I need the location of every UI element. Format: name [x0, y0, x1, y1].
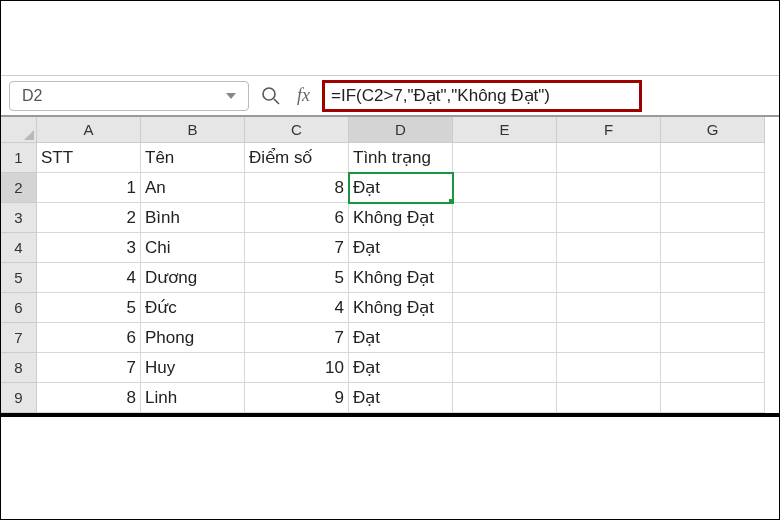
svg-line-1	[274, 99, 279, 104]
cell[interactable]	[557, 323, 661, 353]
col-header-A[interactable]: A	[37, 117, 141, 143]
cell[interactable]: 6	[37, 323, 141, 353]
svg-point-0	[263, 88, 275, 100]
cell[interactable]: 9	[245, 383, 349, 413]
cell[interactable]: Huy	[141, 353, 245, 383]
cell[interactable]	[453, 293, 557, 323]
fx-label[interactable]: fx	[293, 85, 314, 106]
cell[interactable]: 5	[37, 293, 141, 323]
cell[interactable]: Tên	[141, 143, 245, 173]
cell[interactable]: Đạt	[349, 233, 453, 263]
cell[interactable]: 1	[37, 173, 141, 203]
cell[interactable]: Điểm số	[245, 143, 349, 173]
formula-input[interactable]	[331, 86, 633, 106]
table-row: 6 5 Đức 4 Không Đạt	[1, 293, 779, 323]
window-top-padding	[1, 1, 779, 75]
name-box-value: D2	[22, 87, 42, 105]
cell[interactable]	[661, 353, 765, 383]
row-header[interactable]: 3	[1, 203, 37, 233]
cell[interactable]: Đạt	[349, 353, 453, 383]
cell[interactable]: 6	[245, 203, 349, 233]
cell[interactable]	[661, 323, 765, 353]
formula-bar-row: D2 fx	[1, 75, 779, 117]
col-header-F[interactable]: F	[557, 117, 661, 143]
cell[interactable]	[661, 173, 765, 203]
table-row: 5 4 Dương 5 Không Đạt	[1, 263, 779, 293]
cell[interactable]: Đạt	[349, 323, 453, 353]
row-header[interactable]: 2	[1, 173, 37, 203]
active-cell[interactable]: Đạt	[349, 173, 453, 203]
cell[interactable]	[661, 233, 765, 263]
row-header[interactable]: 5	[1, 263, 37, 293]
cell[interactable]	[557, 233, 661, 263]
cell[interactable]: 8	[245, 173, 349, 203]
table-row: 8 7 Huy 10 Đạt	[1, 353, 779, 383]
row-header[interactable]: 9	[1, 383, 37, 413]
chevron-down-icon[interactable]	[226, 93, 236, 99]
cell[interactable]: 2	[37, 203, 141, 233]
col-header-C[interactable]: C	[245, 117, 349, 143]
zoom-icon[interactable]	[257, 82, 285, 110]
cell[interactable]: Không Đạt	[349, 203, 453, 233]
cell[interactable]: Không Đạt	[349, 263, 453, 293]
cell[interactable]	[453, 323, 557, 353]
cell[interactable]	[453, 233, 557, 263]
row-header[interactable]: 4	[1, 233, 37, 263]
cell[interactable]: Linh	[141, 383, 245, 413]
col-header-D[interactable]: D	[349, 117, 453, 143]
cell[interactable]	[453, 353, 557, 383]
cell[interactable]	[453, 173, 557, 203]
cell[interactable]	[661, 263, 765, 293]
cell[interactable]	[557, 203, 661, 233]
cell[interactable]: 4	[245, 293, 349, 323]
cell[interactable]	[661, 293, 765, 323]
table-row: 7 6 Phong 7 Đạt	[1, 323, 779, 353]
cell[interactable]: 7	[37, 353, 141, 383]
name-box[interactable]: D2	[9, 81, 249, 111]
cell[interactable]	[453, 263, 557, 293]
table-row: 3 2 Bình 6 Không Đạt	[1, 203, 779, 233]
cell[interactable]: Dương	[141, 263, 245, 293]
row-header[interactable]: 8	[1, 353, 37, 383]
cell[interactable]: Tình trạng	[349, 143, 453, 173]
cell[interactable]	[661, 143, 765, 173]
cell[interactable]	[453, 383, 557, 413]
cell[interactable]	[557, 263, 661, 293]
table-row: 4 3 Chi 7 Đạt	[1, 233, 779, 263]
cell[interactable]	[557, 353, 661, 383]
cell[interactable]: Không Đạt	[349, 293, 453, 323]
col-header-G[interactable]: G	[661, 117, 765, 143]
column-headers-row: A B C D E F G	[1, 117, 779, 143]
cell[interactable]: 4	[37, 263, 141, 293]
cell[interactable]: 8	[37, 383, 141, 413]
cell[interactable]	[557, 143, 661, 173]
cell[interactable]	[557, 173, 661, 203]
cell[interactable]: Bình	[141, 203, 245, 233]
formula-input-highlight	[322, 80, 642, 112]
cell[interactable]	[557, 383, 661, 413]
cell[interactable]: Đức	[141, 293, 245, 323]
cell[interactable]	[661, 383, 765, 413]
cell[interactable]: 7	[245, 233, 349, 263]
cell[interactable]: STT	[37, 143, 141, 173]
cell[interactable]: 10	[245, 353, 349, 383]
cell[interactable]	[557, 293, 661, 323]
row-header[interactable]: 1	[1, 143, 37, 173]
cell[interactable]: An	[141, 173, 245, 203]
select-all-corner[interactable]	[1, 117, 37, 143]
cell[interactable]: Phong	[141, 323, 245, 353]
row-header[interactable]: 6	[1, 293, 37, 323]
cell[interactable]: 3	[37, 233, 141, 263]
cell[interactable]	[453, 143, 557, 173]
cell[interactable]: 5	[245, 263, 349, 293]
cell[interactable]	[661, 203, 765, 233]
col-header-E[interactable]: E	[453, 117, 557, 143]
cell[interactable]: 7	[245, 323, 349, 353]
cell[interactable]: Đạt	[349, 383, 453, 413]
spreadsheet-grid[interactable]: A B C D E F G 1 STT Tên Điểm số Tình trạ…	[1, 117, 779, 417]
viewport-bottom-edge	[1, 413, 779, 417]
cell[interactable]	[453, 203, 557, 233]
col-header-B[interactable]: B	[141, 117, 245, 143]
cell[interactable]: Chi	[141, 233, 245, 263]
row-header[interactable]: 7	[1, 323, 37, 353]
